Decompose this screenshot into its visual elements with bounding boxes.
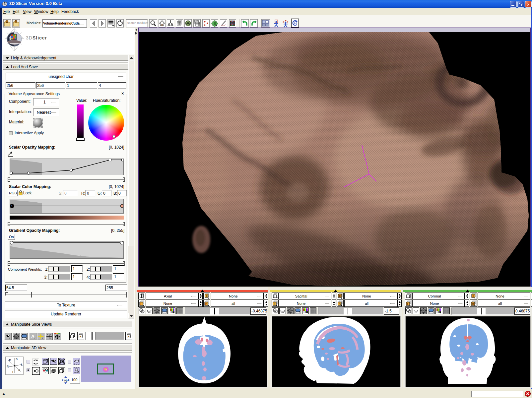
svg-text:R: R — [7, 365, 9, 368]
svg-text:B: B — [80, 335, 82, 338]
svg-text:I: I — [12, 370, 13, 373]
svg-text:B: B — [205, 302, 208, 306]
svg-text:F: F — [206, 295, 208, 298]
svg-text:F: F — [472, 295, 474, 298]
svg-text:L: L — [140, 302, 142, 306]
svg-text:B: B — [472, 302, 474, 306]
svg-text:L: L — [407, 302, 409, 306]
svg-text:L: L — [274, 302, 276, 306]
svg-text:S: S — [16, 358, 18, 361]
svg-text:A: A — [18, 368, 20, 372]
svg-text:P: P — [9, 359, 11, 362]
svg-text:F: F — [339, 295, 341, 298]
svg-text:B: B — [339, 302, 341, 306]
svg-text:L: L — [21, 363, 23, 366]
svg-text:1: 1 — [11, 205, 13, 208]
svg-text:%: % — [64, 378, 68, 383]
svg-text:F: F — [128, 335, 130, 338]
svg-text:A: A — [31, 334, 34, 339]
